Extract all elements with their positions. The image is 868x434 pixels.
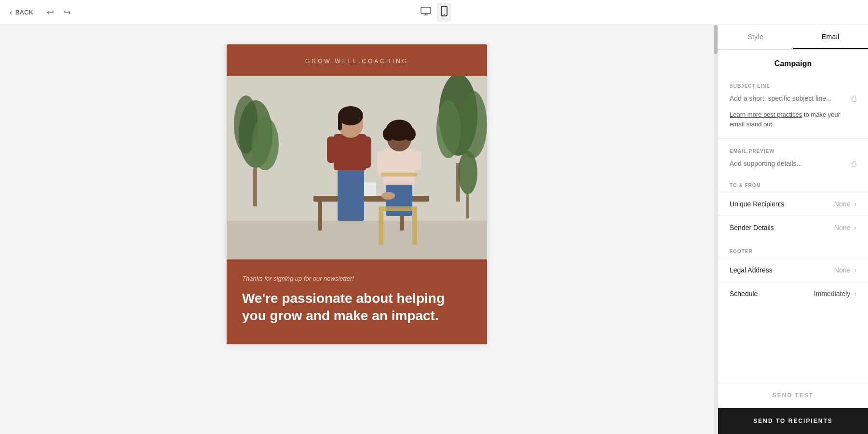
unique-recipients-row[interactable]: Unique Recipients None › bbox=[718, 192, 868, 216]
email-body: Thanks for signing up for our newsletter… bbox=[227, 259, 487, 344]
unique-recipients-right: None › bbox=[834, 200, 856, 208]
svg-rect-0 bbox=[421, 7, 431, 14]
svg-rect-26 bbox=[338, 116, 342, 130]
sender-details-value: None bbox=[834, 224, 850, 231]
sender-details-row[interactable]: Sender Details None › bbox=[718, 216, 868, 239]
svg-rect-23 bbox=[363, 136, 371, 168]
back-button[interactable]: ‹ BACK bbox=[10, 8, 33, 17]
legal-address-label: Legal Address bbox=[730, 266, 773, 274]
undo-button[interactable]: ↩ bbox=[45, 5, 56, 20]
mobile-icon bbox=[441, 6, 448, 16]
email-header: GROW.WELL.COACHING bbox=[227, 44, 487, 76]
redo-icon: ↪ bbox=[64, 8, 71, 17]
learn-more-link[interactable]: Learn more best practices bbox=[730, 111, 802, 118]
footer-section: FOOTER Legal Address None › bbox=[718, 241, 868, 282]
image-placeholder bbox=[227, 76, 487, 259]
canvas-scrollbar[interactable] bbox=[714, 25, 718, 434]
unique-recipients-label: Unique Recipients bbox=[730, 200, 785, 208]
send-to-recipients-button[interactable]: SEND TO RECIPIENTS bbox=[718, 408, 868, 434]
tab-style[interactable]: Style bbox=[718, 25, 793, 49]
svg-rect-4 bbox=[227, 221, 487, 259]
back-arrow-icon: ‹ bbox=[10, 8, 13, 17]
canvas-area[interactable]: GROW.WELL.COACHING bbox=[0, 25, 714, 434]
svg-rect-21 bbox=[334, 134, 366, 170]
svg-point-35 bbox=[404, 127, 416, 141]
legal-address-row[interactable]: Legal Address None › bbox=[718, 258, 868, 282]
divider-1 bbox=[718, 138, 868, 139]
svg-point-2 bbox=[444, 14, 445, 15]
sidebar-tabs: Style Email bbox=[718, 25, 868, 50]
email-preview-card: GROW.WELL.COACHING bbox=[227, 44, 487, 344]
sender-details-label: Sender Details bbox=[730, 224, 774, 231]
subject-input-icon: ⎙ bbox=[852, 95, 856, 103]
sidebar-content[interactable]: Campaign SUBJECT LINE ⎙ Learn more best … bbox=[718, 50, 868, 383]
right-sidebar: Style Email Campaign SUBJECT LINE ⎙ Lear… bbox=[718, 25, 868, 434]
campaign-title: Campaign bbox=[718, 50, 868, 76]
schedule-right: Immediately › bbox=[814, 290, 856, 298]
email-headline: We're passionate about helping you grow … bbox=[242, 290, 472, 325]
subject-line-input[interactable] bbox=[730, 93, 856, 104]
email-preview-icon: ⎙ bbox=[852, 160, 856, 168]
undo-icon: ↩ bbox=[47, 8, 54, 17]
footer-label: FOOTER bbox=[718, 241, 868, 258]
svg-rect-38 bbox=[412, 211, 417, 245]
send-test-button[interactable]: SEND TEST bbox=[718, 383, 868, 408]
sidebar-footer: SEND TEST SEND TO RECIPIENTS bbox=[718, 383, 868, 434]
svg-rect-29 bbox=[377, 151, 385, 175]
mobile-view-button[interactable] bbox=[437, 3, 451, 22]
desktop-icon bbox=[420, 7, 431, 15]
schedule-label: Schedule bbox=[730, 290, 758, 298]
legal-address-chevron-icon: › bbox=[854, 266, 856, 274]
sender-details-chevron-icon: › bbox=[854, 224, 856, 231]
scrollbar-thumb[interactable] bbox=[714, 25, 718, 54]
svg-point-10 bbox=[458, 91, 487, 158]
svg-rect-16 bbox=[318, 202, 322, 231]
main-area: GROW.WELL.COACHING bbox=[0, 25, 868, 434]
undo-redo-group: ↩ ↪ bbox=[45, 5, 73, 20]
redo-button[interactable]: ↪ bbox=[62, 5, 73, 20]
view-toggle bbox=[417, 3, 451, 22]
svg-rect-20 bbox=[338, 163, 364, 221]
send-recipients-label: SEND TO RECIPIENTS bbox=[753, 418, 832, 424]
toolbar: ‹ BACK ↩ ↪ bbox=[0, 0, 868, 25]
svg-rect-14 bbox=[466, 194, 469, 218]
unique-recipients-value: None bbox=[834, 200, 850, 208]
schedule-value: Immediately bbox=[814, 290, 850, 298]
svg-rect-28 bbox=[383, 149, 415, 185]
svg-point-13 bbox=[458, 151, 477, 194]
toolbar-left: ‹ BACK ↩ ↪ bbox=[10, 5, 73, 20]
email-hero-image bbox=[227, 76, 487, 259]
send-test-label: SEND TEST bbox=[773, 392, 814, 399]
subject-line-label: SUBJECT LINE bbox=[718, 76, 868, 93]
legal-address-value: None bbox=[834, 266, 850, 274]
to-from-label: TO & FROM bbox=[718, 175, 868, 192]
back-label: BACK bbox=[15, 9, 33, 16]
svg-rect-8 bbox=[253, 168, 257, 206]
legal-address-right: None › bbox=[834, 266, 856, 274]
svg-point-34 bbox=[383, 127, 394, 141]
schedule-row[interactable]: Schedule Immediately › bbox=[718, 282, 868, 305]
email-preview-label: EMAIL PREVIEW bbox=[718, 141, 868, 158]
svg-point-31 bbox=[381, 192, 395, 200]
desktop-view-button[interactable] bbox=[417, 4, 435, 21]
email-preview-input[interactable] bbox=[730, 158, 856, 169]
svg-rect-36 bbox=[379, 206, 417, 211]
email-preview-area: ⎙ bbox=[718, 158, 868, 175]
sender-details-right: None › bbox=[834, 224, 856, 231]
unique-recipients-chevron-icon: › bbox=[854, 200, 856, 208]
svg-rect-22 bbox=[327, 136, 336, 163]
tab-email[interactable]: Email bbox=[793, 25, 868, 49]
subject-input-area: ⎙ bbox=[718, 93, 868, 110]
learn-more-text: Learn more best practices to make your e… bbox=[718, 110, 868, 136]
svg-rect-39 bbox=[381, 173, 417, 176]
svg-rect-19 bbox=[376, 186, 382, 188]
svg-rect-37 bbox=[379, 211, 383, 245]
svg-rect-30 bbox=[414, 151, 421, 170]
email-tagline: Thanks for signing up for our newsletter… bbox=[242, 275, 472, 282]
email-brand: GROW.WELL.COACHING bbox=[236, 58, 477, 65]
schedule-chevron-icon: › bbox=[854, 290, 856, 298]
hero-illustration bbox=[227, 76, 487, 259]
svg-point-7 bbox=[252, 117, 279, 170]
svg-point-11 bbox=[436, 100, 461, 158]
